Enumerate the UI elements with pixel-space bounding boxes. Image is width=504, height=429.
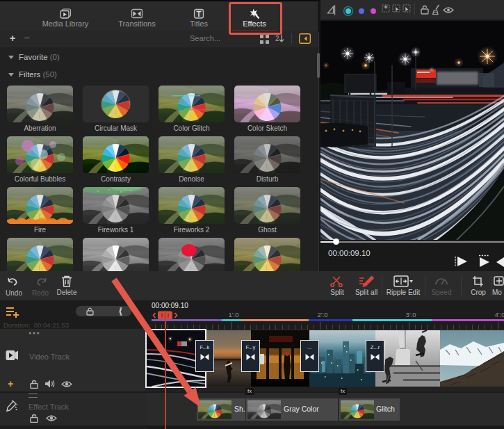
svg-text:2: 2 xyxy=(275,35,279,42)
